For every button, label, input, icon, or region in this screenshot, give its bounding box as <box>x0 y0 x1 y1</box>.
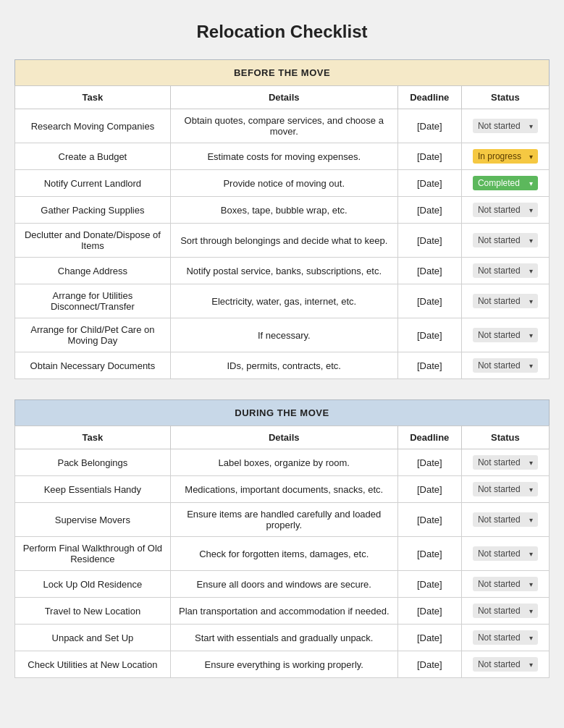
table-row: Change AddressNotify postal service, ban… <box>15 258 550 284</box>
task-cell: Travel to New Location <box>15 598 171 625</box>
dropdown-arrow-icon[interactable]: ▾ <box>529 516 533 524</box>
dropdown-arrow-icon[interactable]: ▾ <box>529 179 533 187</box>
status-cell[interactable]: Not started▾ <box>461 537 549 571</box>
status-cell[interactable]: Not started▾ <box>461 197 549 224</box>
dropdown-arrow-icon[interactable]: ▾ <box>529 607 533 615</box>
table-row: Arrange for Utilities Disconnect/Transfe… <box>15 284 550 318</box>
details-cell: Start with essentials and gradually unpa… <box>170 625 397 651</box>
dropdown-arrow-icon[interactable]: ▾ <box>529 153 533 161</box>
status-badge[interactable]: Not started▾ <box>473 577 538 591</box>
details-cell: Ensure items are handled carefully and l… <box>170 503 397 537</box>
deadline-cell: [Date] <box>397 224 461 258</box>
status-cell[interactable]: Not started▾ <box>461 476 549 503</box>
status-badge[interactable]: Not started▾ <box>473 294 538 308</box>
table-row: Lock Up Old ResidenceEnsure all doors an… <box>15 571 550 598</box>
status-cell[interactable]: Not started▾ <box>461 352 549 379</box>
status-cell[interactable]: Not started▾ <box>461 571 549 598</box>
task-cell: Create a Budget <box>15 143 171 170</box>
status-badge[interactable]: Not started▾ <box>473 203 538 217</box>
table-row: Keep Essentials HandyMedications, import… <box>15 476 550 503</box>
status-badge[interactable]: Completed▾ <box>473 176 538 190</box>
task-cell: Keep Essentials Handy <box>15 476 171 503</box>
status-badge[interactable]: Not started▾ <box>473 657 538 672</box>
task-cell: Notify Current Landlord <box>15 170 171 197</box>
table-row: Research Moving CompaniesObtain quotes, … <box>15 109 550 143</box>
task-cell: Arrange for Utilities Disconnect/Transfe… <box>15 284 171 318</box>
status-label: Not started <box>478 296 521 306</box>
status-cell[interactable]: Not started▾ <box>461 625 549 651</box>
table-row: Create a BudgetEstimate costs for moving… <box>15 143 550 170</box>
col-header-status-during: Status <box>461 426 549 449</box>
task-cell: Change Address <box>15 258 171 284</box>
before-section-header: BEFORE THE MOVE <box>15 60 550 86</box>
dropdown-arrow-icon[interactable]: ▾ <box>529 267 533 275</box>
dropdown-arrow-icon[interactable]: ▾ <box>529 661 533 669</box>
dropdown-arrow-icon[interactable]: ▾ <box>529 331 533 339</box>
details-cell: Boxes, tape, bubble wrap, etc. <box>170 197 397 224</box>
deadline-cell: [Date] <box>397 352 461 379</box>
deadline-cell: [Date] <box>397 109 461 143</box>
status-badge[interactable]: Not started▾ <box>473 119 538 133</box>
status-label: Completed <box>478 178 520 188</box>
status-label: Not started <box>478 360 521 371</box>
dropdown-arrow-icon[interactable]: ▾ <box>529 580 533 588</box>
details-cell: Label boxes, organize by room. <box>170 449 397 476</box>
status-label: Not started <box>478 484 521 494</box>
dropdown-arrow-icon[interactable]: ▾ <box>529 459 533 467</box>
status-cell[interactable]: Completed▾ <box>461 170 549 197</box>
status-badge[interactable]: Not started▾ <box>473 455 538 470</box>
deadline-cell: [Date] <box>397 625 461 651</box>
details-cell: Ensure all doors and windows are secure. <box>170 571 397 598</box>
dropdown-arrow-icon[interactable]: ▾ <box>529 122 533 130</box>
dropdown-arrow-icon[interactable]: ▾ <box>529 206 533 214</box>
status-cell[interactable]: Not started▾ <box>461 258 549 284</box>
details-cell: Check for forgotten items, damages, etc. <box>170 537 397 571</box>
col-header-task-during: Task <box>15 426 171 449</box>
task-cell: Check Utilities at New Location <box>15 651 171 678</box>
status-cell[interactable]: Not started▾ <box>461 224 549 258</box>
status-badge[interactable]: In progress▾ <box>473 149 538 164</box>
task-cell: Perform Final Walkthrough of Old Residen… <box>15 537 171 571</box>
status-cell[interactable]: In progress▾ <box>461 143 549 170</box>
status-badge[interactable]: Not started▾ <box>473 604 538 618</box>
col-header-status-before: Status <box>461 86 549 109</box>
dropdown-arrow-icon[interactable]: ▾ <box>529 634 533 642</box>
status-badge[interactable]: Not started▾ <box>473 482 538 496</box>
status-label: Not started <box>478 659 521 669</box>
status-cell[interactable]: Not started▾ <box>461 651 549 678</box>
status-label: Not started <box>478 121 521 131</box>
task-cell: Unpack and Set Up <box>15 625 171 651</box>
col-header-deadline-during: Deadline <box>397 426 461 449</box>
details-cell: Sort through belongings and decide what … <box>170 224 397 258</box>
before-move-table: BEFORE THE MOVE Task Details Deadline St… <box>14 59 550 379</box>
status-badge[interactable]: Not started▾ <box>473 630 538 645</box>
status-cell[interactable]: Not started▾ <box>461 109 549 143</box>
status-badge[interactable]: Not started▾ <box>473 358 538 373</box>
task-cell: Declutter and Donate/Dispose of Items <box>15 224 171 258</box>
status-badge[interactable]: Not started▾ <box>473 233 538 247</box>
status-badge[interactable]: Not started▾ <box>473 328 538 342</box>
status-badge[interactable]: Not started▾ <box>473 546 538 561</box>
status-label: Not started <box>478 632 521 643</box>
col-header-task-before: Task <box>15 86 171 109</box>
status-cell[interactable]: Not started▾ <box>461 598 549 625</box>
dropdown-arrow-icon[interactable]: ▾ <box>529 362 533 370</box>
table-row: Supervise MoversEnsure items are handled… <box>15 503 550 537</box>
status-badge[interactable]: Not started▾ <box>473 263 538 278</box>
deadline-cell: [Date] <box>397 476 461 503</box>
status-cell[interactable]: Not started▾ <box>461 284 549 318</box>
table-row: Travel to New LocationPlan transportatio… <box>15 598 550 625</box>
status-label: Not started <box>478 205 521 215</box>
details-cell: Estimate costs for moving expenses. <box>170 143 397 170</box>
status-cell[interactable]: Not started▾ <box>461 503 549 537</box>
status-label: Not started <box>478 457 521 467</box>
status-cell[interactable]: Not started▾ <box>461 449 549 476</box>
status-cell[interactable]: Not started▾ <box>461 318 549 352</box>
dropdown-arrow-icon[interactable]: ▾ <box>529 550 533 558</box>
details-cell: Obtain quotes, compare services, and cho… <box>170 109 397 143</box>
dropdown-arrow-icon[interactable]: ▾ <box>529 237 533 245</box>
dropdown-arrow-icon[interactable]: ▾ <box>529 486 533 494</box>
dropdown-arrow-icon[interactable]: ▾ <box>529 297 533 305</box>
details-cell: Provide notice of moving out. <box>170 170 397 197</box>
status-badge[interactable]: Not started▾ <box>473 512 538 527</box>
